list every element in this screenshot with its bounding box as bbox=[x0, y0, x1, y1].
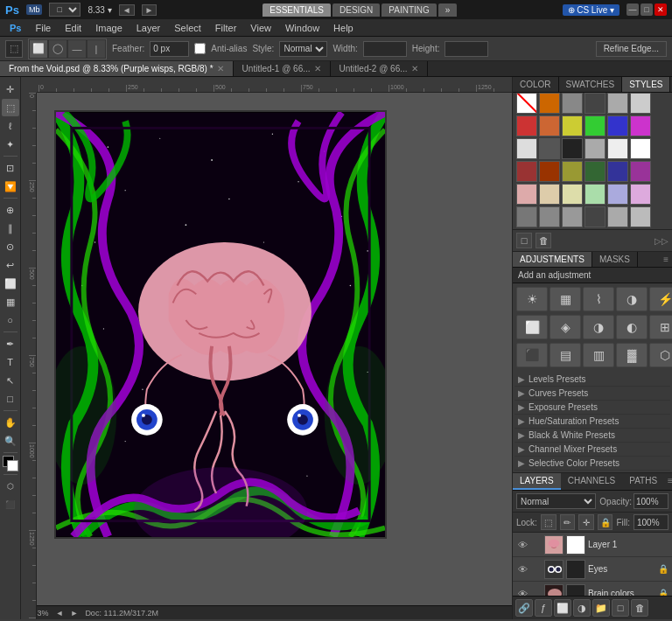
tab-paths[interactable]: PATHS bbox=[622, 473, 664, 490]
tab-color[interactable]: COLOR bbox=[513, 77, 559, 92]
shape-tool[interactable]: □ bbox=[2, 390, 19, 408]
tab-painting[interactable]: PAINTING bbox=[382, 3, 436, 17]
lock-position-btn[interactable]: ✛ bbox=[578, 514, 594, 530]
type-tool[interactable]: T bbox=[2, 353, 19, 371]
style-swatch-5[interactable] bbox=[630, 93, 651, 114]
style-swatch-8[interactable] bbox=[562, 115, 583, 136]
menu-ps[interactable]: Ps bbox=[4, 21, 27, 35]
layer-vis-eyes[interactable]: 👁 bbox=[516, 563, 528, 576]
style-swatch-14[interactable] bbox=[562, 138, 583, 159]
eyedropper-tool[interactable]: 🔽 bbox=[2, 178, 19, 195]
cs-live-btn[interactable]: ⊕ CS Live ▾ bbox=[563, 4, 620, 16]
style-swatch-32[interactable] bbox=[562, 206, 583, 227]
menu-help[interactable]: Help bbox=[327, 21, 360, 35]
layer-item-eyes[interactable]: 👁 Eyes 🔒 bbox=[513, 557, 672, 582]
style-swatch-11[interactable] bbox=[630, 115, 651, 136]
style-swatch-20[interactable] bbox=[562, 161, 583, 182]
style-swatch-3[interactable] bbox=[584, 93, 606, 114]
height-input[interactable] bbox=[444, 41, 488, 57]
maximize-btn[interactable]: □ bbox=[640, 3, 653, 16]
refine-edge-btn[interactable]: Refine Edge... bbox=[596, 41, 667, 57]
style-swatch-28[interactable] bbox=[607, 184, 628, 205]
new-adjustment-btn[interactable]: ◑ bbox=[573, 599, 591, 617]
arr-right-btn[interactable]: ► bbox=[142, 4, 158, 16]
gradient-map-btn[interactable]: ▓ bbox=[616, 343, 648, 367]
path-select-tool[interactable]: ↖ bbox=[2, 372, 19, 389]
style-swatch-35[interactable] bbox=[630, 206, 651, 227]
opacity-input[interactable] bbox=[634, 493, 668, 509]
gradient-tool[interactable]: ▦ bbox=[2, 293, 19, 310]
style-swatch-33[interactable] bbox=[584, 206, 606, 227]
single-row-btn[interactable]: — bbox=[68, 40, 86, 58]
bw-presets-item[interactable]: ▶ Black & White Presets bbox=[514, 429, 670, 443]
add-mask-btn[interactable]: ⬜ bbox=[554, 599, 571, 617]
layer-item-braincolors[interactable]: 👁 Brain colors 🔒 bbox=[513, 582, 672, 596]
pen-tool[interactable]: ✒ bbox=[2, 335, 19, 352]
adj-panel-options[interactable]: ≡ bbox=[660, 253, 672, 266]
lock-image-btn[interactable]: ✏ bbox=[560, 514, 576, 530]
styles-create-btn[interactable]: □ bbox=[516, 233, 532, 248]
channel-mix-btn[interactable]: ⊞ bbox=[649, 315, 672, 339]
style-swatch-30[interactable] bbox=[516, 206, 537, 227]
artwork-canvas[interactable] bbox=[54, 110, 387, 539]
levels-btn[interactable]: ▦ bbox=[550, 287, 581, 311]
quick-mask-btn[interactable]: ⬡ bbox=[2, 478, 19, 495]
tab-swatches[interactable]: SWATCHES bbox=[559, 77, 623, 92]
hand-tool[interactable]: ✋ bbox=[2, 414, 19, 431]
doc-tab-untitled1-close[interactable]: ✕ bbox=[314, 64, 321, 73]
menu-view[interactable]: View bbox=[244, 21, 277, 35]
posterize-btn[interactable]: ▤ bbox=[550, 343, 581, 367]
style-swatch-9[interactable] bbox=[584, 115, 606, 136]
tab-masks[interactable]: MASKS bbox=[592, 252, 638, 267]
style-swatch-1[interactable] bbox=[539, 93, 560, 114]
brush-tool[interactable]: ∥ bbox=[2, 220, 19, 237]
menu-layer[interactable]: Layer bbox=[130, 21, 167, 35]
anti-alias-checkbox[interactable] bbox=[194, 43, 206, 54]
healing-tool[interactable]: ⊕ bbox=[2, 201, 19, 219]
style-select[interactable]: Normal bbox=[279, 41, 327, 57]
style-swatch-26[interactable] bbox=[562, 184, 583, 205]
color-swatches[interactable] bbox=[3, 456, 18, 471]
menu-filter[interactable]: Filter bbox=[209, 21, 242, 35]
hue-sat-btn[interactable]: ⬜ bbox=[516, 315, 548, 339]
style-swatch-29[interactable] bbox=[630, 184, 651, 205]
history-brush-tool[interactable]: ↩ bbox=[2, 256, 19, 274]
color-balance-btn[interactable]: ◈ bbox=[550, 315, 581, 339]
tab-adjustments[interactable]: ADJUSTMENTS bbox=[513, 252, 592, 267]
style-swatch-27[interactable] bbox=[584, 184, 606, 205]
style-swatch-24[interactable] bbox=[516, 184, 537, 205]
exposure-presets-item[interactable]: ▶ Exposure Presets bbox=[514, 401, 670, 415]
style-swatch-17[interactable] bbox=[630, 138, 651, 159]
marquee-tool[interactable]: ⬚ bbox=[2, 99, 19, 116]
link-layers-btn[interactable]: 🔗 bbox=[515, 599, 533, 617]
style-swatch-31[interactable] bbox=[539, 206, 560, 227]
width-input[interactable] bbox=[363, 41, 407, 57]
lock-all-btn[interactable]: 🔒 bbox=[598, 514, 613, 530]
new-layer-btn[interactable]: □ bbox=[612, 599, 629, 617]
status-nav-prev[interactable]: ◄ bbox=[56, 609, 64, 618]
doc-tab-main-close[interactable]: ✕ bbox=[217, 64, 224, 73]
tab-styles[interactable]: STYLES bbox=[622, 77, 670, 92]
dodge-tool[interactable]: ○ bbox=[2, 311, 19, 329]
lock-transparent-btn[interactable]: ⬚ bbox=[541, 514, 556, 530]
blend-mode-select[interactable]: Normal bbox=[516, 493, 596, 509]
style-swatch-21[interactable] bbox=[584, 161, 606, 182]
magic-wand-tool[interactable]: ✦ bbox=[2, 136, 19, 153]
tab-design[interactable]: DESIGN bbox=[332, 3, 380, 17]
canvas-scroll[interactable] bbox=[37, 93, 512, 605]
eraser-tool[interactable]: ⬜ bbox=[2, 275, 19, 292]
doc-tab-untitled1[interactable]: Untitled-1 @ 66... ✕ bbox=[234, 61, 331, 76]
style-swatch-18[interactable] bbox=[516, 161, 537, 182]
style-swatch-10[interactable] bbox=[607, 115, 628, 136]
single-col-btn[interactable]: | bbox=[88, 40, 105, 58]
menu-file[interactable]: File bbox=[29, 21, 57, 35]
selective-color-presets-item[interactable]: ▶ Selective Color Presets bbox=[514, 457, 670, 471]
layer-vis-braincolors[interactable]: 👁 bbox=[516, 588, 528, 597]
ellipse-marquee-btn[interactable]: ◯ bbox=[49, 40, 66, 58]
close-btn[interactable]: ✕ bbox=[654, 3, 667, 16]
menu-edit[interactable]: Edit bbox=[59, 21, 88, 35]
bw-btn[interactable]: ◑ bbox=[583, 315, 614, 339]
screen-mode-btn[interactable]: ⬛ bbox=[2, 496, 19, 513]
new-group-btn[interactable]: 📁 bbox=[592, 599, 610, 617]
exposure-btn[interactable]: ◑ bbox=[616, 287, 648, 311]
